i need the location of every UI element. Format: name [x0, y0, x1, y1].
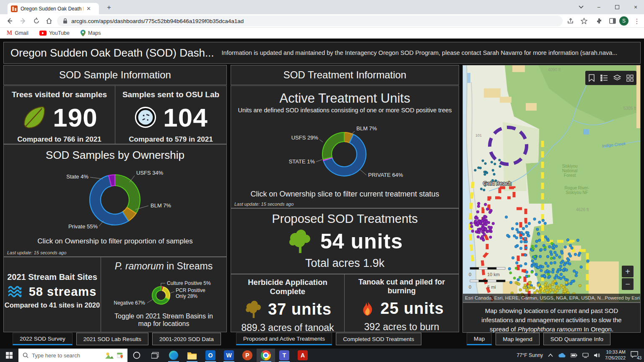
tab-map[interactable]: Map	[467, 333, 492, 345]
zoom-out-button[interactable]: −	[622, 278, 634, 290]
system-tray: 77°F Sunny 10:33 AM 7/26/2022 43	[517, 349, 644, 362]
taskbar-file-explorer[interactable]	[183, 349, 201, 362]
browser-toolbar: arcgis.com/apps/dashboards/775c52bb94b64…	[0, 14, 644, 28]
dashboard-title: Oregon Sudden Oak Death (SOD) Dash...	[10, 47, 214, 59]
lock-icon	[63, 18, 68, 24]
bookmark-youtube[interactable]: YouTube	[39, 30, 70, 36]
tray-chevron-icon[interactable]	[548, 354, 553, 357]
speaker-icon[interactable]	[594, 353, 600, 358]
osu-lab-value: 104	[163, 103, 208, 132]
close-button[interactable]: ×	[627, 0, 644, 14]
dashboard-header: Oregon Sudden Oak Death (SOD) Dash... In…	[3, 42, 641, 64]
ownership-label-state[interactable]: State 4%	[66, 173, 88, 180]
start-button[interactable]	[0, 349, 18, 362]
battery-icon[interactable]	[571, 353, 577, 357]
map-canvas[interactable]: 4090 ft 5305 ft 4626 ft Siskiyou Nationa…	[463, 65, 641, 303]
browser-tab[interactable]: Oregon Sudden Oak Death Dash ✕	[8, 3, 99, 14]
taskbar-word[interactable]: W	[220, 349, 238, 362]
reload-icon[interactable]	[32, 16, 41, 26]
forward-icon[interactable]	[18, 16, 28, 26]
taskbar-acrobat[interactable]: A	[293, 349, 312, 362]
active-units-label-private[interactable]: PRIVATE 64%	[368, 172, 403, 178]
ownership-donut-chart[interactable]: USFS 34% State 4% BLM 7% Private 55%	[4, 165, 226, 241]
ownership-chart-title: SOD Samples by Ownership	[4, 149, 226, 162]
back-icon[interactable]	[5, 16, 14, 26]
map-toolbar	[585, 71, 636, 85]
layers-icon[interactable]	[613, 75, 621, 81]
clock-time: 10:33 AM	[605, 349, 626, 355]
task-view-button[interactable]	[146, 349, 164, 362]
pramorum-label-pcr-2[interactable]: Only 28%	[176, 293, 197, 299]
onedrive-cloud-icon[interactable]	[558, 353, 566, 358]
bookmark-gmail[interactable]: M Gmail	[7, 30, 29, 36]
burn-value: 25 units	[380, 300, 444, 318]
pramorum-donut-chart[interactable]: Culture Positive 5% PCR Positive Only 28…	[101, 272, 226, 311]
donut-slice[interactable]	[322, 132, 344, 159]
tab-search-chevron-icon[interactable]	[573, 0, 589, 14]
pramorum-chart-card: P. ramorum in Streams Culture Positive 5…	[101, 257, 227, 332]
active-units-donut-chart[interactable]: BLM 7% USFS 29% STATE 1% PRIVATE 64%	[231, 122, 459, 190]
tab-2022-sod-survey[interactable]: 2022 SOD Survey	[13, 333, 73, 345]
active-units-label-blm[interactable]: BLM 7%	[356, 125, 377, 132]
extensions-icon[interactable]	[595, 16, 604, 26]
home-icon[interactable]	[44, 16, 54, 26]
burn-note: 392 acres to burn	[345, 321, 459, 333]
taskbar-powerpoint[interactable]: P	[238, 349, 257, 362]
zoom-in-button[interactable]: +	[622, 266, 634, 277]
taskbar-chrome[interactable]	[257, 349, 275, 362]
map-elevation-2: 5305 ft	[623, 106, 636, 111]
tab-sod-quarantine-info[interactable]: SOD Quarantine Info	[543, 333, 610, 345]
ownership-label-usfs[interactable]: USFS 34%	[136, 170, 164, 176]
menu-kebab-icon[interactable]: ⋮	[632, 16, 641, 26]
address-bar[interactable]: arcgis.com/apps/dashboards/775c52bb94b64…	[57, 16, 563, 26]
taskbar-outlook[interactable]: O	[201, 349, 220, 362]
tab-close-icon[interactable]: ✕	[86, 5, 91, 12]
stream-bait-note: Compared to 41 sites in 2020	[4, 301, 101, 309]
url-text: arcgis.com/apps/dashboards/775c52bb94b64…	[71, 18, 244, 24]
minimize-button[interactable]: −	[590, 0, 607, 14]
share-icon[interactable]	[566, 16, 575, 26]
bookmarks-icon[interactable]	[588, 74, 595, 82]
weather-status[interactable]: 77°F Sunny	[517, 352, 543, 358]
basemap-icon[interactable]	[626, 75, 634, 82]
dashboard-favicon-icon	[11, 5, 18, 12]
tab-proposed-active-treatments[interactable]: Proposed and Active Treatments	[236, 333, 332, 345]
maps-pin-icon	[80, 30, 86, 36]
ownership-label-private[interactable]: Private 55%	[68, 223, 98, 230]
calendar-pin-icon	[117, 352, 123, 359]
proposed-value: 54 units	[320, 229, 403, 253]
bookmark-star-icon[interactable]	[579, 16, 589, 26]
cortana-button[interactable]	[127, 349, 146, 362]
treatments-tab-bar: Proposed and Active Treatments Completed…	[236, 333, 421, 345]
gmail-icon: M	[7, 30, 12, 36]
tab-completed-sod-treatments[interactable]: Completed SOD Treatments	[336, 333, 421, 345]
ownership-label-blm[interactable]: BLM 7%	[151, 202, 171, 209]
taskbar-clock[interactable]: 10:33 AM 7/26/2022	[605, 349, 626, 361]
pramorum-label-culture[interactable]: Culture Positive 5%	[167, 280, 211, 286]
petri-dish-icon	[134, 106, 157, 129]
active-units-label-state[interactable]: STATE 1%	[289, 158, 315, 165]
pramorum-label-pcr-1[interactable]: PCR Positive	[176, 287, 205, 293]
map-lake	[583, 129, 589, 134]
active-units-label-usfs[interactable]: USFS 29%	[291, 134, 319, 141]
folder-icon	[187, 351, 197, 359]
legend-list-icon[interactable]	[600, 75, 608, 81]
taskbar-teams[interactable]: T	[275, 349, 293, 362]
tab-map-legend[interactable]: Map legend	[496, 333, 540, 345]
map-panel[interactable]: 4090 ft 5305 ft 4626 ft Siskiyou Nationa…	[462, 65, 641, 303]
action-center-button[interactable]: 43	[631, 351, 641, 359]
taskbar-edge[interactable]	[164, 349, 183, 362]
pramorum-label-negative[interactable]: Negative 67%	[114, 300, 145, 306]
taskbar-search-input[interactable]: Type here to search	[18, 349, 127, 362]
ownership-caption: Click on Ownership to filter proportion …	[4, 237, 226, 246]
new-tab-button[interactable]: +	[104, 3, 114, 12]
samples-tab-bar: 2022 SOD Survey 2021 SOD Lab Results 200…	[13, 333, 221, 345]
profile-avatar[interactable]: S	[619, 16, 628, 26]
tab-2001-2020-sod-data[interactable]: 2001-2020 SOD Data	[152, 333, 221, 345]
restore-button[interactable]	[609, 0, 626, 14]
side-panel-icon[interactable]	[608, 16, 617, 26]
bookmark-maps[interactable]: Maps	[80, 30, 101, 36]
tab-2021-sod-lab-results[interactable]: 2021 SOD Lab Results	[76, 333, 148, 345]
osu-lab-note: Compared to 579 in 2021	[115, 135, 226, 144]
network-icon[interactable]	[582, 353, 589, 358]
